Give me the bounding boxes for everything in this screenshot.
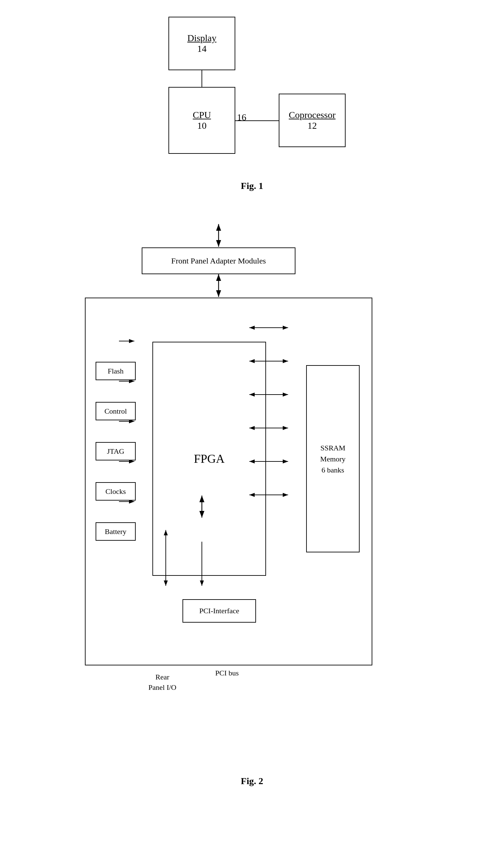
pci-bus-label: PCI bus	[215, 669, 239, 677]
bus-label: 16	[237, 112, 246, 123]
flash-box: Flash	[95, 362, 136, 380]
fig2-container: Front Panel Adapter Modules FPGA SSRAM M…	[0, 217, 504, 786]
jtag-box: JTAG	[95, 442, 136, 460]
display-title: Display	[187, 33, 216, 43]
fpga-box: FPGA	[152, 342, 266, 576]
fig1-container: Display 14 CPU 10 16 Coprocessor 12 Fig.…	[0, 13, 504, 191]
control-label: Control	[104, 407, 127, 416]
fig2-diagram: Front Panel Adapter Modules FPGA SSRAM M…	[68, 217, 436, 769]
fig1-caption: Fig. 1	[0, 177, 504, 191]
rear-panel-label: Rear Panel I/O	[148, 672, 177, 693]
clocks-label: Clocks	[105, 487, 126, 496]
fpga-label: FPGA	[194, 452, 224, 466]
cpu-title: CPU	[193, 110, 211, 120]
cpu-box: CPU 10	[168, 87, 235, 154]
jtag-label: JTAG	[107, 447, 124, 456]
fpam-box: Front Panel Adapter Modules	[142, 247, 295, 274]
coprocessor-title: Coprocessor	[289, 110, 336, 120]
cpu-number: 10	[197, 120, 206, 131]
battery-label: Battery	[105, 527, 127, 536]
fig1-diagram: Display 14 CPU 10 16 Coprocessor 12	[135, 13, 369, 174]
ssram-box: SSRAM Memory 6 banks	[306, 365, 360, 552]
fig2-caption: Fig. 2	[0, 776, 504, 786]
clocks-box: Clocks	[95, 482, 136, 501]
pci-interface-label: PCI-Interface	[199, 607, 239, 615]
battery-box: Battery	[95, 522, 136, 541]
display-box: Display 14	[168, 17, 235, 70]
page: Display 14 CPU 10 16 Coprocessor 12 Fig.…	[0, 0, 504, 854]
ssram-label: SSRAM Memory 6 banks	[320, 442, 346, 476]
coprocessor-box: Coprocessor 12	[279, 94, 346, 147]
pci-interface-box: PCI-Interface	[182, 599, 256, 623]
coprocessor-number: 12	[307, 120, 317, 131]
fpam-label: Front Panel Adapter Modules	[171, 256, 266, 266]
flash-label: Flash	[108, 367, 124, 375]
control-box: Control	[95, 402, 136, 420]
main-outer-box: FPGA SSRAM Memory 6 banks PCI-Interface …	[85, 298, 372, 665]
display-number: 14	[197, 43, 206, 54]
